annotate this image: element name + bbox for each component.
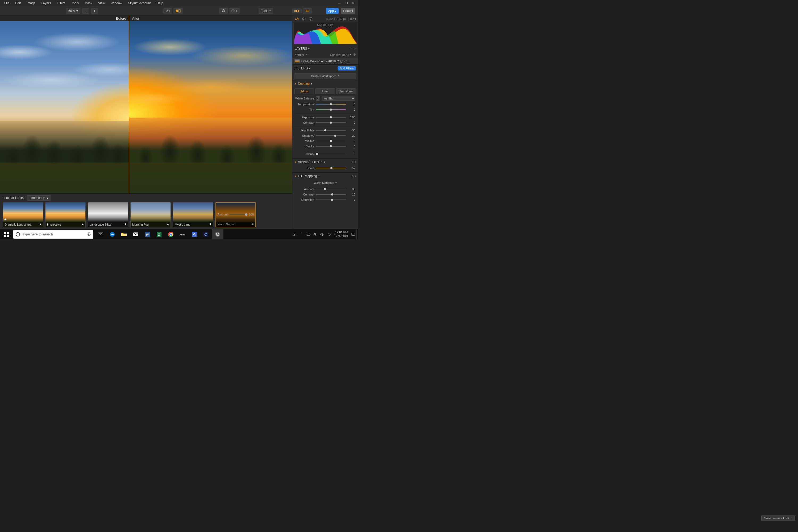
show-desktop-button[interactable] bbox=[357, 229, 358, 240]
eyedropper-button[interactable] bbox=[316, 96, 320, 100]
accent-header[interactable]: ▼Accent AI Filter™▾ bbox=[292, 158, 358, 166]
tools-dropdown[interactable]: Tools▾ bbox=[259, 8, 273, 14]
tray-network[interactable] bbox=[312, 229, 318, 240]
layer-row[interactable]: G:\My Drive\Photos\20190323_193... bbox=[292, 58, 358, 64]
develop-header[interactable]: ▼Develop▾ bbox=[292, 80, 358, 87]
boost-slider[interactable] bbox=[316, 166, 346, 170]
menu-file[interactable]: File bbox=[2, 1, 12, 6]
history-button[interactable]: ▾ bbox=[229, 8, 240, 14]
shadows-slider[interactable] bbox=[316, 134, 346, 137]
blend-mode-select[interactable]: Normal bbox=[294, 53, 304, 56]
look-landscape-bw[interactable]: Landscape B&W ★ bbox=[88, 202, 128, 227]
tray-onedrive[interactable] bbox=[305, 229, 311, 240]
filmstrip-toggle-button[interactable] bbox=[292, 8, 302, 13]
wb-preset-select[interactable]: As Shot bbox=[322, 96, 355, 101]
lut-preset-select[interactable]: Warm Midtones▾ bbox=[292, 181, 358, 184]
start-button[interactable] bbox=[0, 229, 13, 240]
tab-lens[interactable]: Lens bbox=[315, 88, 335, 94]
blacks-slider[interactable] bbox=[316, 145, 346, 148]
star-icon[interactable]: ★ bbox=[39, 222, 42, 226]
look-amount-overlay[interactable]: Amount 100 bbox=[217, 213, 254, 216]
taskbar-luminar[interactable] bbox=[212, 229, 224, 240]
look-warm-sunset[interactable]: Amount 100 Warm Sunset ★ bbox=[215, 202, 256, 227]
lut-saturation-slider[interactable] bbox=[316, 198, 346, 202]
star-icon[interactable]: ★ bbox=[81, 222, 84, 226]
looks-category-select[interactable]: Landscape▴ bbox=[26, 195, 51, 201]
contrast-slider[interactable] bbox=[316, 121, 346, 125]
visibility-toggle[interactable] bbox=[352, 161, 356, 163]
visibility-toggle[interactable] bbox=[352, 175, 356, 177]
compare-view-button[interactable] bbox=[173, 8, 183, 14]
tray-people[interactable] bbox=[291, 229, 298, 240]
taskbar-file-explorer[interactable] bbox=[118, 229, 130, 240]
menu-image[interactable]: Image bbox=[24, 1, 38, 6]
tray-notifications[interactable] bbox=[350, 229, 356, 240]
undo-button[interactable] bbox=[219, 8, 228, 14]
gear-icon[interactable]: ⚙ bbox=[353, 53, 356, 56]
taskbar-search[interactable] bbox=[13, 230, 93, 239]
workspace-select[interactable]: Custom Workspace▾ bbox=[294, 73, 356, 79]
star-icon[interactable]: ★ bbox=[209, 222, 212, 226]
task-view-button[interactable] bbox=[95, 229, 107, 240]
opacity-value[interactable]: 100% bbox=[342, 53, 349, 56]
zoom-out-button[interactable]: − bbox=[82, 8, 89, 14]
apply-button[interactable]: Apply bbox=[326, 8, 339, 14]
preview-toggle-button[interactable] bbox=[163, 8, 172, 14]
add-layer-button[interactable]: + bbox=[354, 46, 356, 51]
lut-contrast-slider[interactable] bbox=[316, 193, 346, 196]
menu-mask[interactable]: Mask bbox=[82, 1, 95, 6]
tray-expand[interactable]: ˄ bbox=[298, 229, 305, 240]
search-input[interactable] bbox=[22, 232, 85, 236]
clarity-slider[interactable] bbox=[316, 152, 346, 156]
menu-filters[interactable]: Filters bbox=[54, 1, 68, 6]
temperature-slider[interactable] bbox=[316, 102, 346, 106]
menu-tools[interactable]: Tools bbox=[69, 1, 81, 6]
image-compare-view[interactable] bbox=[0, 21, 292, 193]
lut-amount-slider[interactable] bbox=[316, 187, 346, 191]
taskbar-app3[interactable] bbox=[200, 229, 212, 240]
star-icon[interactable]: ★ bbox=[251, 222, 254, 226]
info-tab-icon[interactable] bbox=[308, 17, 313, 21]
taskbar-app2[interactable] bbox=[188, 229, 200, 240]
remove-layer-button[interactable]: − bbox=[350, 46, 352, 51]
tab-adjust[interactable]: Adjust bbox=[294, 88, 314, 94]
look-morning-fog[interactable]: Morning Fog ★ bbox=[130, 202, 171, 227]
taskbar-chrome[interactable] bbox=[165, 229, 177, 240]
histogram-tab[interactable] bbox=[294, 17, 299, 21]
zoom-select[interactable]: 60%▾ bbox=[66, 8, 80, 14]
zoom-in-button[interactable]: + bbox=[91, 8, 98, 14]
menu-window[interactable]: Window bbox=[108, 1, 125, 6]
window-minimize-button[interactable]: ─ bbox=[336, 0, 343, 6]
add-filters-button[interactable]: Add Filters bbox=[338, 66, 356, 71]
taskbar-word[interactable]: W bbox=[141, 229, 153, 240]
window-maximize-button[interactable]: ❐ bbox=[343, 0, 349, 6]
mic-icon[interactable] bbox=[87, 232, 91, 237]
taskbar-edge[interactable] bbox=[107, 229, 118, 240]
taskbar-mail[interactable] bbox=[130, 229, 141, 240]
menu-view[interactable]: View bbox=[95, 1, 108, 6]
taskbar-excel[interactable]: X bbox=[153, 229, 165, 240]
menu-edit[interactable]: Edit bbox=[13, 1, 23, 6]
panels-toggle-button[interactable] bbox=[303, 8, 312, 14]
highlights-slider[interactable] bbox=[316, 129, 346, 132]
window-close-button[interactable]: ✕ bbox=[350, 0, 357, 6]
whites-slider[interactable] bbox=[316, 139, 346, 143]
look-impressive[interactable]: Impressive ★ bbox=[45, 202, 86, 227]
menu-skylum-account[interactable]: Skylum Account bbox=[125, 1, 153, 6]
layers-tab-icon[interactable] bbox=[301, 17, 306, 21]
look-dramatic-landscape[interactable]: ★ Dramatic Landscape ★ bbox=[3, 202, 43, 227]
tray-volume[interactable] bbox=[319, 229, 325, 240]
tab-transform[interactable]: Transform bbox=[336, 88, 356, 94]
tray-app[interactable] bbox=[326, 229, 332, 240]
taskbar-app1[interactable]: SONOS bbox=[177, 229, 188, 240]
menu-help[interactable]: Help bbox=[154, 1, 166, 6]
tint-slider[interactable] bbox=[316, 108, 346, 111]
star-icon[interactable]: ★ bbox=[124, 222, 127, 226]
star-icon[interactable]: ★ bbox=[167, 222, 169, 226]
menu-layers[interactable]: Layers bbox=[39, 1, 54, 6]
lut-header[interactable]: ▼LUT Mapping▾ bbox=[292, 173, 358, 179]
look-mystic-land[interactable]: Mystic Land ★ bbox=[173, 202, 213, 227]
layers-header[interactable]: LAYERS▾ −+ bbox=[292, 45, 358, 52]
cancel-button[interactable]: Cancel bbox=[341, 8, 355, 14]
exposure-slider[interactable] bbox=[316, 115, 346, 119]
